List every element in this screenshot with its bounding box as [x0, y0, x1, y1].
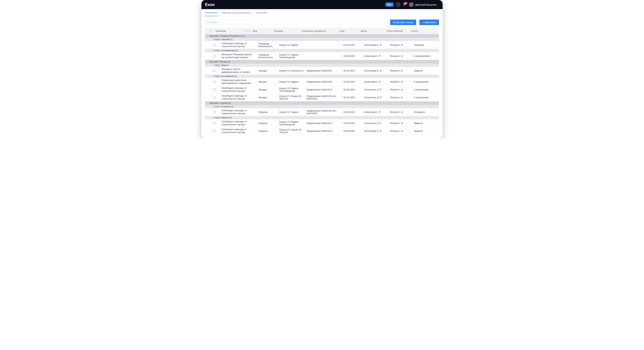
cell-responsible: Петров А. И. — [389, 80, 413, 83]
cell-kind: Фасады — [258, 70, 278, 72]
cell-location: Корпус 01 Секция 03 Этаж 05 — [278, 95, 306, 100]
cell-description: Освободить проходы от строительного мусо… — [220, 94, 257, 100]
subgroup-row[interactable]: ⌄Статус: Черновик (1) — [205, 38, 439, 41]
subgroup-row[interactable]: ⌄Статус: К устранению (3) — [205, 75, 439, 78]
filter-indicator-icon[interactable]: ≑ — [248, 30, 249, 32]
help-icon[interactable]: ? — [396, 2, 400, 6]
cell-kind: Отделка — [258, 130, 278, 132]
table-row[interactable]: Освободить проходы от строительного мусо… — [205, 41, 439, 49]
col-description-label[interactable]: Описание — [216, 30, 226, 32]
table-row[interactable]: Первичная подсистема смонтирована с нару… — [205, 78, 439, 86]
subgroup-title: Статус: К исправлению (1) — [214, 49, 238, 52]
col-location-label[interactable]: Локация — [273, 30, 301, 32]
group-title: Вид работ: Пожарная безопасность (2) — [210, 35, 245, 37]
cell-location: Корпус 01 Подвал Техпомещения — [278, 54, 306, 59]
app-frame: Exon Бот ? 12 Дмитрий Красулин ⌄ Замечан… — [202, 0, 442, 138]
nav-tab[interactable]: Замечания — [205, 9, 218, 16]
nav-tabs: ЗамечанияОфициальные документыНастройки — [202, 9, 442, 16]
table-row[interactable]: Фасадные касеты деформированы во время .… — [205, 67, 439, 75]
nav-tab[interactable]: Официальные документы — [222, 9, 252, 16]
subgroup-row[interactable]: ⌄Статус: К исправлению (1) — [205, 49, 439, 52]
chevron-down-icon[interactable]: ⌄ — [438, 4, 439, 6]
svg-line-1 — [208, 23, 209, 23]
subgroup-title: Статус: Черновик (1) — [214, 38, 233, 40]
table-row[interactable]: Освободить проходы от строительного мусо… — [205, 119, 439, 127]
bot-button[interactable]: Бот — [386, 2, 393, 7]
table-row[interactable]: Освободить проходы от строительного мусо… — [205, 86, 439, 94]
cell-status: Закрыто — [413, 122, 437, 124]
chevron-down-icon: ⌄ — [207, 102, 208, 104]
search-box[interactable] — [205, 20, 250, 25]
col-deadline-label[interactable]: Срок — [338, 30, 360, 32]
notifications-badge: 12 — [404, 2, 408, 4]
cell-description: Освободить проходы от строительного мусо… — [220, 87, 257, 92]
col-documents-label[interactable]: Связанные документы — [301, 30, 338, 32]
cell-deadline: 04.03.2020 — [342, 122, 363, 124]
toolbar: Копировать ссылку + Замечание — [202, 16, 442, 28]
cell-description: Первичная подсистема смонтирована с нару… — [220, 79, 257, 84]
row-checkbox[interactable] — [213, 130, 216, 132]
col-status-label[interactable]: Статус — [410, 30, 434, 32]
cell-description: Освободить проходы от строительного мусо… — [220, 120, 257, 126]
cell-author: Кологорова А. И. — [363, 130, 389, 132]
cell-status: К устранению — [413, 96, 437, 99]
brand-logo: Exon — [205, 2, 214, 7]
nav-tab[interactable]: Настройки — [256, 9, 268, 16]
cell-responsible: Петров А. И. — [389, 96, 413, 99]
filter-icon[interactable]: ▾ — [250, 30, 251, 32]
copy-link-button[interactable]: Копировать ссылку — [390, 20, 416, 25]
group-title: Вид работ: Фасады (4) — [210, 60, 230, 63]
cell-status: Устранено — [413, 111, 437, 114]
chevron-down-icon: ⌄ — [211, 64, 212, 66]
select-all-checkbox[interactable] — [210, 30, 212, 32]
table-row[interactable]: Материал облицовки цоколя не соответству… — [205, 52, 439, 60]
table-row[interactable]: Освободить проходы от строительного мусо… — [205, 108, 439, 116]
subgroup-row[interactable]: ⌄Статус: Устранено (1) — [205, 105, 439, 108]
cell-location: Корпус 01 Подвал Техпомещения — [278, 120, 306, 126]
cell-responsible: Петров А. И. — [389, 44, 413, 46]
cell-documents: Предписание №0018/19 — [306, 122, 342, 124]
group-row[interactable]: ⌄Вид работ: Фасады (4) — [205, 60, 439, 64]
table-row[interactable]: Освободить проходы от строительного мусо… — [205, 94, 439, 101]
cell-author: Алексеева С. П. — [363, 80, 389, 83]
subgroup-row[interactable]: ⌄Статус: Закрыто (2) — [205, 116, 439, 119]
group-row[interactable]: ⌄Вид работ: Отделка (3) — [205, 101, 439, 105]
sort-icon[interactable]: ⇅ — [245, 30, 247, 32]
group-row[interactable]: ⌄Вид работ: Пожарная безопасность (2) — [205, 34, 439, 38]
cell-status: К устранению — [413, 80, 437, 83]
row-checkbox[interactable] — [213, 122, 216, 124]
row-checkbox[interactable] — [213, 96, 216, 98]
cell-location: Корпус 01 Подвал — [278, 80, 306, 83]
cell-responsible: Петров А. И. — [389, 122, 413, 124]
row-checkbox[interactable] — [213, 111, 216, 113]
user-name[interactable]: Дмитрий Красулин — [415, 3, 437, 6]
cell-author: Алексеева С. П. — [363, 55, 389, 57]
cell-location: Корпус 01 Плоскость А — [278, 70, 306, 72]
row-checkbox[interactable] — [213, 44, 216, 46]
cell-location: Корпус 01 Подвал Техпомещения — [278, 87, 306, 92]
row-checkbox[interactable] — [213, 55, 216, 57]
cell-deadline: 04.03.2020 — [342, 88, 363, 91]
cell-status: Черновик — [413, 44, 437, 46]
cell-description: Освободить проходы от строительного мусо… — [220, 128, 257, 134]
table-row[interactable]: Освободить проходы от строительного мусо… — [205, 127, 439, 135]
subgroup-title: Статус: К устранению (3) — [214, 75, 236, 78]
notifications-button[interactable]: 12 — [403, 3, 406, 6]
col-author-label[interactable]: Автор — [360, 30, 386, 32]
row-checkbox[interactable] — [213, 81, 216, 83]
add-note-button[interactable]: + Замечание — [420, 20, 439, 25]
cell-responsible: Петров А. И. — [389, 130, 413, 132]
cell-responsible: Петров А. И. — [389, 70, 413, 72]
row-checkbox[interactable] — [213, 88, 216, 91]
cell-author: Гельмгольц Э. Л. — [363, 88, 389, 91]
row-checkbox[interactable] — [213, 70, 216, 72]
search-input[interactable] — [210, 21, 248, 24]
chevron-down-icon: ⌄ — [211, 38, 212, 40]
cell-status: Закрыто — [413, 70, 437, 72]
col-kind-label[interactable]: Вид — [252, 30, 273, 32]
cell-kind: Пожарная безопасность — [258, 54, 278, 59]
avatar[interactable] — [409, 2, 414, 7]
subgroup-row[interactable]: ⌄Статус: Закрыто — [205, 64, 439, 67]
col-responsible-label[interactable]: Ответственный — [386, 30, 410, 32]
cell-location: Корпус 01 Подвал — [278, 44, 306, 46]
